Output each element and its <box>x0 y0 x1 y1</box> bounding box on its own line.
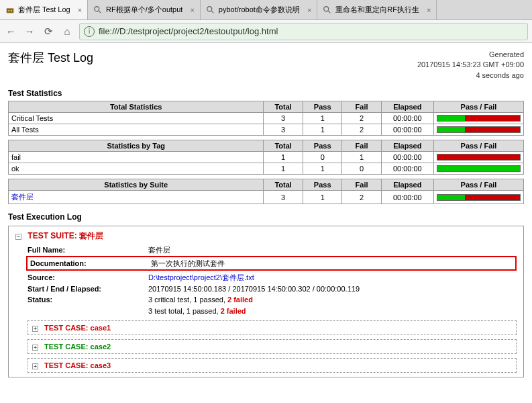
test-suite-label: TEST SUITE: <box>28 231 76 240</box>
tab-title: RF根据单个/多个output <box>106 5 182 15</box>
expand-icon[interactable]: + <box>32 326 38 332</box>
close-icon[interactable]: × <box>427 6 431 14</box>
passfail-bar <box>437 165 521 172</box>
close-icon[interactable]: × <box>307 6 311 14</box>
reload-button[interactable]: ⟳ <box>42 25 55 38</box>
info-icon[interactable]: i <box>84 26 95 37</box>
documentation-label: Documentation: <box>30 258 151 269</box>
test-suite-name[interactable]: 套件层 <box>79 231 103 240</box>
close-icon[interactable]: × <box>190 6 194 14</box>
svg-point-1 <box>8 10 9 11</box>
passfail-bar <box>437 154 521 161</box>
url-text: file:///D:/testproject/project2/testoutp… <box>99 26 278 36</box>
magnifier-icon <box>323 5 332 15</box>
status-label: Status: <box>28 294 148 316</box>
status-value: 3 critical test, 1 passed, 2 failed 3 te… <box>148 294 517 316</box>
table-row: 套件层 3 1 2 00:00:00 <box>9 191 524 204</box>
svg-line-6 <box>211 10 214 13</box>
browser-nav-bar: ← → ⟳ ⌂ i file:///D:/testproject/project… <box>0 20 532 43</box>
table-row: Critical Tests 3 1 2 00:00:00 <box>9 113 524 124</box>
expand-icon[interactable]: + <box>32 345 38 351</box>
tab-title: 重命名和重定向RF执行生 <box>335 5 419 15</box>
generated-info: Generated 20170915 14:53:23 GMT +09:00 4… <box>417 50 524 81</box>
svg-point-2 <box>11 10 12 11</box>
robot-icon <box>5 5 15 15</box>
forward-button[interactable]: → <box>23 25 36 38</box>
times-value: 20170915 14:50:00.183 / 20170915 14:50:0… <box>148 283 517 295</box>
fullname-label: Full Name: <box>28 244 148 256</box>
documentation-highlight: Documentation: 第一次执行的测试套件 <box>26 256 517 271</box>
close-icon[interactable]: × <box>78 6 82 14</box>
browser-tab[interactable]: 重命名和重定向RF执行生 × <box>317 0 437 19</box>
execution-log-panel: − TEST SUITE: 套件层 Full Name: 套件层 Documen… <box>8 226 524 377</box>
svg-line-8 <box>328 10 331 13</box>
collapse-icon[interactable]: − <box>15 234 21 240</box>
execution-log-heading: Test Execution Log <box>8 212 524 222</box>
table-row: fail 1 0 1 00:00:00 <box>9 152 524 163</box>
expand-icon[interactable]: + <box>32 363 38 369</box>
browser-tab-strip: 套件层 Test Log × RF根据单个/多个output × pybot/r… <box>0 0 532 20</box>
page-title: 套件层 Test Log <box>8 50 93 66</box>
suite-link[interactable]: 套件层 <box>11 193 34 201</box>
times-label: Start / End / Elapsed: <box>28 283 148 295</box>
url-bar[interactable]: i file:///D:/testproject/project2/testou… <box>79 23 528 40</box>
documentation-value: 第一次执行的测试套件 <box>151 258 514 269</box>
tag-statistics-table: Statistics by Tag Total Pass Fail Elapse… <box>8 140 524 175</box>
total-statistics-table: Total Statistics Total Pass Fail Elapsed… <box>8 101 524 136</box>
test-statistics-heading: Test Statistics <box>8 89 524 98</box>
passfail-bar <box>437 126 521 133</box>
source-label: Source: <box>28 272 148 283</box>
browser-tab[interactable]: 套件层 Test Log × <box>0 0 88 19</box>
test-case-row[interactable]: + TEST CASE: case1 <box>28 320 517 335</box>
tab-title: 套件层 Test Log <box>18 5 70 15</box>
magnifier-icon <box>93 5 103 15</box>
svg-line-4 <box>99 10 101 13</box>
suite-statistics-table: Statistics by Suite Total Pass Fail Elap… <box>8 179 524 204</box>
magnifier-icon <box>206 5 215 15</box>
browser-tab[interactable]: pybot/robot命令参数说明 × <box>201 0 317 19</box>
back-button[interactable]: ← <box>4 25 17 38</box>
table-row: All Tests 3 1 2 00:00:00 <box>9 124 524 136</box>
svg-point-3 <box>95 6 99 11</box>
tab-title: pybot/robot命令参数说明 <box>219 5 300 15</box>
browser-tab[interactable]: RF根据单个/多个output × <box>88 0 201 19</box>
passfail-bar <box>437 194 521 201</box>
source-link[interactable]: D:\testproject\project2\套件层.txt <box>148 273 254 281</box>
home-button[interactable]: ⌂ <box>60 25 74 38</box>
fullname-value: 套件层 <box>148 244 517 256</box>
passfail-bar <box>437 115 521 122</box>
test-case-row[interactable]: + TEST CASE: case2 <box>28 339 517 354</box>
svg-point-5 <box>207 6 212 11</box>
table-row: ok 1 1 0 00:00:00 <box>9 163 524 175</box>
svg-rect-0 <box>7 8 14 13</box>
test-case-row[interactable]: + TEST CASE: case3 <box>28 358 517 373</box>
svg-point-7 <box>324 6 329 11</box>
